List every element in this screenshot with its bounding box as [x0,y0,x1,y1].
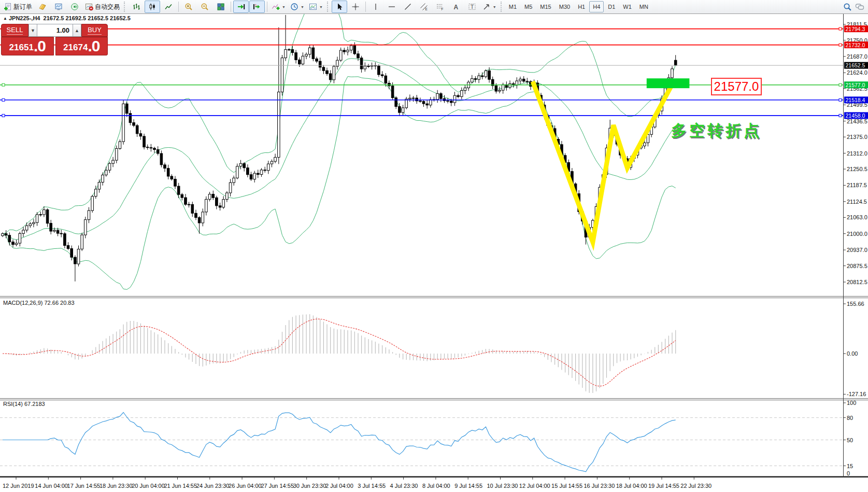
chart-title: ▲JPN225-,H4 21672.5 21692.5 21652.5 2165… [3,15,131,21]
trendline-icon [404,3,412,11]
ohlc-low: 21652.5 [88,15,108,21]
svg-text:21250.5: 21250.5 [847,166,867,172]
line-chart-icon [164,3,173,11]
equidistant-channel-icon: E [420,3,428,11]
templates-button[interactable]: ▼ [307,1,325,13]
zoom-in-button[interactable] [181,1,196,13]
svg-text:15 Jul 14:55: 15 Jul 14:55 [551,483,582,489]
svg-text:21063.0: 21063.0 [847,214,867,220]
chevron-down-icon: ▼ [282,5,286,9]
chart-shift-button[interactable] [249,1,265,13]
chevron-down-icon: ▼ [493,5,496,9]
chevron-down-icon: ▼ [319,5,323,9]
toolbar-grip[interactable] [501,2,503,12]
templates-icon [309,3,317,11]
ohlc-high: 21692.5 [65,15,86,21]
svg-text:21687.0: 21687.0 [847,53,867,60]
svg-text:24 Jun 23:30: 24 Jun 23:30 [196,483,230,489]
sell-price-button[interactable]: 21651.0 [1,37,54,55]
svg-text:21375.0: 21375.0 [847,134,867,140]
svg-text:MACD(12,26,9) 72.66 20.83: MACD(12,26,9) 72.66 20.83 [3,300,75,306]
svg-text:26 Jun 04:00: 26 Jun 04:00 [229,483,262,489]
search-icon[interactable] [843,3,852,11]
timeframe-toolbar: M1M5M15M30H1H4D1W1MN [505,1,652,12]
svg-text:0: 0 [847,470,850,476]
svg-text:T: T [471,4,474,10]
timeframe-m5[interactable]: M5 [521,1,536,12]
timeframe-w1[interactable]: W1 [619,1,635,12]
svg-text:17 Jun 14:55: 17 Jun 14:55 [67,483,101,489]
line-chart-button[interactable] [161,1,176,13]
timeframe-h1[interactable]: H1 [574,1,589,12]
signals-icon [70,3,79,11]
periods-button[interactable]: ▼ [288,1,306,13]
svg-text:20875.5: 20875.5 [847,263,867,269]
zoom-out-button[interactable] [197,1,212,13]
svg-text:50: 50 [847,437,853,443]
svg-text:19 Jul 14:55: 19 Jul 14:55 [648,483,679,489]
candlestick-chart-button[interactable] [145,1,160,13]
svg-text:21732.0: 21732.0 [846,42,865,48]
svg-text:9 Jul 14:55: 9 Jul 14:55 [454,483,482,489]
timeframe-m30[interactable]: M30 [556,1,574,12]
metaeditor-icon [38,3,47,11]
metaeditor-button[interactable] [35,1,50,13]
buy-label: BUY [88,26,102,35]
timeframe-mn[interactable]: MN [636,1,652,12]
chart-window[interactable]: 155.660.00-127.16MACD(12,26,9) 72.66 20.… [0,14,868,491]
text-button[interactable]: A [448,1,464,13]
trendline-button[interactable] [400,1,416,13]
timeframe-m15[interactable]: M15 [536,1,554,12]
candlestick-chart-icon [148,3,156,11]
svg-text:27 Jun 14:55: 27 Jun 14:55 [261,483,294,489]
cursor-button[interactable] [332,1,347,13]
indicators-button[interactable]: ▼ [269,1,288,13]
volume-input[interactable]: 1.00 [37,24,73,37]
clock-icon [290,3,298,11]
svg-text:8 Jul 04:00: 8 Jul 04:00 [422,483,450,489]
crosshair-icon [351,3,360,11]
fibonacci-button[interactable]: F [432,1,448,13]
bar-chart-button[interactable] [129,1,144,13]
chart-preview-button[interactable] [51,1,66,13]
text-label-button[interactable]: T [464,1,480,13]
timeframe-d1[interactable]: D1 [604,1,619,12]
arrows-button[interactable]: ▼ [480,1,499,13]
toolbar-grip[interactable] [327,2,330,12]
svg-text:21577.0: 21577.0 [846,82,865,88]
svg-text:100: 100 [847,400,856,406]
chat-icon[interactable] [855,3,864,11]
svg-text:10 Jul 23:30: 10 Jul 23:30 [487,483,518,489]
price-callout-box[interactable]: 21577.0 [711,78,762,95]
horizontal-line-button[interactable] [384,1,400,13]
autotrading-label: 自动交易 [95,3,120,11]
timeframe-h4[interactable]: H4 [589,1,604,12]
turning-point-annotation[interactable]: 多空转折点 [671,120,762,142]
buy-button[interactable]: BUY [81,24,108,37]
svg-text:80: 80 [847,415,853,421]
equidistant-channel-button[interactable]: E [416,1,432,13]
svg-text:21652.5: 21652.5 [846,62,865,68]
chevron-down-icon: ▼ [301,5,304,9]
buy-price-button[interactable]: 21674.0 [55,37,108,55]
symbol-period-label: JPN225-,H4 [9,15,40,21]
volume-increase-button[interactable]: ▲ [73,24,81,37]
toolbar-separator [365,2,366,12]
svg-text:21187.5: 21187.5 [847,182,867,188]
vertical-line-icon [372,3,380,11]
svg-text:20937.0: 20937.0 [847,247,867,253]
autotrading-button[interactable]: 自动交易 [83,1,122,13]
tile-windows-button[interactable] [213,1,229,13]
vertical-line-button[interactable] [368,1,383,13]
volume-decrease-button[interactable]: ▼ [29,24,37,37]
tile-windows-icon [217,3,225,11]
crosshair-button[interactable] [348,1,363,13]
timeframe-m1[interactable]: M1 [505,1,520,12]
new-order-button[interactable]: 新订单 [2,1,34,13]
auto-scroll-button[interactable] [233,1,249,13]
signals-button[interactable] [67,1,82,13]
buy-price-main: 21674 [63,41,88,54]
symbol-marker-icon: ▲ [3,16,7,21]
toolbar-grip[interactable] [124,2,126,12]
sell-button[interactable]: SELL [1,24,29,37]
